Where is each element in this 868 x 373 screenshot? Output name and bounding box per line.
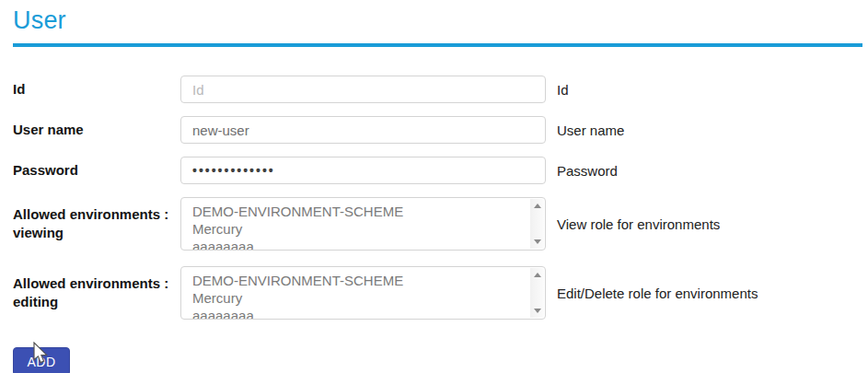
user-form-page: User Id Id User name User name Password … [13,6,862,373]
list-item[interactable]: Mercury [192,289,519,307]
add-button[interactable]: ADD [13,347,70,373]
form-row-id: Id Id [13,76,862,103]
page-title: User [13,6,862,35]
user-form: Id Id User name User name Password Passw… [13,76,862,373]
scroll-up-icon[interactable] [534,204,541,208]
list-item[interactable]: aaaaaaaa [192,238,519,251]
password-hint: Password [557,163,618,179]
env-editing-label: Allowed environments : editing [13,274,180,311]
form-row-env-editing: Allowed environments : editing DEMO-ENVI… [13,266,862,320]
env-viewing-label: Allowed environments : viewing [13,205,180,242]
username-hint: User name [557,122,624,138]
list-item[interactable]: DEMO-ENVIRONMENT-SCHEME [192,203,519,220]
scrollbar[interactable] [530,268,544,318]
list-item[interactable]: aaaaaaaa [192,307,519,320]
list-item[interactable]: Mercury [192,220,519,238]
scroll-down-icon[interactable] [534,309,541,313]
id-input[interactable] [180,76,546,103]
scrollbar[interactable] [530,199,544,249]
scroll-down-icon[interactable] [534,239,541,244]
username-input[interactable] [180,116,546,144]
password-input[interactable] [180,157,546,184]
id-hint: Id [557,82,569,98]
list-item[interactable]: DEMO-ENVIRONMENT-SCHEME [192,272,519,289]
env-editing-hint: Edit/Delete role for environments [557,286,758,301]
title-underline [13,43,862,47]
env-viewing-listbox[interactable]: DEMO-ENVIRONMENT-SCHEME Mercury aaaaaaaa [180,197,546,251]
env-viewing-hint: View role for environments [557,216,720,232]
env-editing-listbox[interactable]: DEMO-ENVIRONMENT-SCHEME Mercury aaaaaaaa [180,266,546,320]
password-label: Password [13,161,180,180]
form-row-env-viewing: Allowed environments : viewing DEMO-ENVI… [13,197,862,251]
scroll-up-icon[interactable] [534,273,541,277]
id-label: Id [13,80,180,99]
form-row-username: User name User name [13,116,862,144]
form-row-password: Password Password [13,157,862,184]
username-label: User name [13,121,180,139]
